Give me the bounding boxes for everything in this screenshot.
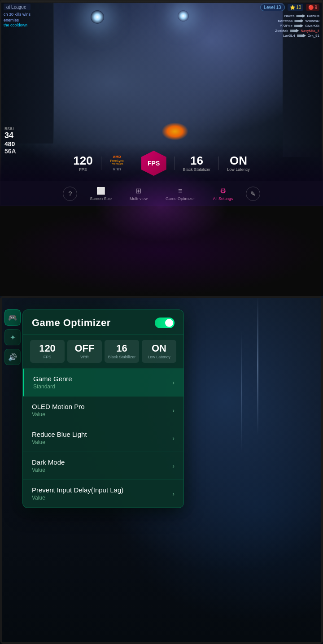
- panel-latency-label: Low Latency: [148, 355, 170, 359]
- player-name: ZoeMak: [275, 29, 288, 33]
- panel-latency-value: ON: [152, 344, 166, 353]
- menu-item-reduce-blue-light-title: Reduce Blue Light: [32, 431, 87, 438]
- panel-vrr-label: VRR: [80, 355, 89, 359]
- optimizer-panel: Game Optimizer 120 FPS OFF VRR 16 Black …: [22, 309, 184, 508]
- panel-vrr-value: OFF: [75, 344, 95, 353]
- hud-top-right: Level 13 ⭐ 10 🔴 9 Nakes BlazKM Karren56 …: [260, 4, 320, 39]
- player-row: Karren56 WilliamD: [260, 19, 320, 23]
- gear-icon: ⚙: [220, 187, 226, 195]
- panel-stat-vrr: OFF VRR: [67, 340, 102, 363]
- screen-size-button[interactable]: ⬜ Screen Size: [81, 185, 121, 203]
- gun-icon: [297, 34, 306, 38]
- panel-header: Game Optimizer: [23, 310, 183, 335]
- bottom-game-section: 🎮 ✦ 🔊 Game Optimizer 120 FPS OFF VRR 16 …: [0, 296, 323, 644]
- score-red-badge: 🔴 9: [306, 4, 319, 11]
- freesync-amd: AMD FreeSync Premium: [110, 155, 124, 166]
- player-row: Nakes BlazKM: [260, 14, 320, 18]
- game-optimizer-label: Game Optimizer: [166, 196, 195, 201]
- freesync-stat: AMD FreeSync Premium VRR: [101, 152, 133, 174]
- gun-icon: [296, 14, 305, 18]
- menu-item-dark-mode[interactable]: Dark Mode Value ›: [23, 452, 183, 480]
- top-game-section: at League ch 30 kills wins enemies the c…: [0, 0, 323, 206]
- player-list: Nakes BlazKM Karren56 WilliamD P72Poe Gi…: [260, 14, 320, 38]
- menu-item-game-genre[interactable]: Game Genre Standard ›: [23, 369, 183, 396]
- sidebar-gamepad-icon[interactable]: 🎮: [4, 309, 21, 326]
- all-settings-button[interactable]: ⚙ All Settings: [204, 185, 242, 203]
- black-stab-label: Black Stabilizer: [183, 167, 211, 172]
- vrr-label: VRR: [113, 167, 121, 171]
- menu-item-input-lag-title: Prevent Input Delay(Input Lag): [32, 486, 123, 494]
- all-settings-label: All Settings: [213, 196, 233, 201]
- game-mode-label: at League: [4, 4, 31, 10]
- menu-item-reduce-blue-light-left: Reduce Blue Light Value: [32, 431, 87, 445]
- kill-info-1: ch 30 kills wins: [4, 12, 31, 17]
- multiview-button[interactable]: ⊞ Multi-view: [121, 185, 157, 203]
- player-name: WilliamD: [305, 19, 319, 23]
- help-icon: ?: [69, 190, 72, 197]
- menu-item-reduce-blue-light[interactable]: Reduce Blue Light Value ›: [23, 424, 183, 452]
- gun-icon: [290, 29, 299, 33]
- stats-bar: 120 FPS AMD FreeSync Premium VRR FPS: [0, 144, 323, 181]
- latency-label: Low Latency: [227, 167, 250, 172]
- panel-stat-fps: 120 FPS: [30, 340, 65, 363]
- panel-stat-latency: ON Low Latency: [142, 340, 176, 363]
- chevron-right-icon: ›: [172, 462, 175, 470]
- screen-size-icon: ⬜: [96, 187, 105, 195]
- black-stab-value: 16: [190, 155, 203, 166]
- sidebar-volume-icon[interactable]: 🔊: [4, 349, 21, 365]
- chevron-right-icon: ›: [172, 379, 175, 386]
- menu-item-input-lag[interactable]: Prevent Input Delay(Input Lag) Value ›: [23, 480, 183, 508]
- help-button[interactable]: ?: [63, 187, 77, 201]
- chevron-right-icon: ›: [172, 407, 175, 414]
- hud-top-left: at League ch 30 kills wins enemies the c…: [4, 4, 31, 27]
- edit-button[interactable]: ✎: [246, 187, 260, 201]
- score-num-1: 34: [4, 131, 16, 140]
- menu-item-oled-motion-value: Value: [32, 411, 85, 418]
- fps-value: 120: [73, 155, 92, 166]
- fps-hex-label: FPS: [148, 160, 160, 167]
- latency-value: ON: [230, 155, 247, 166]
- gun-icon: [294, 24, 303, 28]
- panel-stats-row: 120 FPS OFF VRR 16 Black Stabilizer ON L…: [23, 335, 183, 369]
- menu-item-dark-mode-left: Dark Mode Value: [32, 458, 65, 473]
- multiview-icon: ⊞: [135, 187, 141, 195]
- middle-section: [0, 206, 323, 296]
- menu-item-game-genre-title: Game Genre: [33, 375, 72, 383]
- toggle-switch[interactable]: [155, 318, 175, 328]
- menu-item-game-genre-value: Standard: [33, 383, 72, 390]
- panel-stat-black-stab: 16 Black Stabilizer: [105, 340, 139, 363]
- cooldown-label: the cooldown: [4, 23, 31, 27]
- gun-icon: [294, 19, 303, 23]
- menu-item-input-lag-left: Prevent Input Delay(Input Lag) Value: [32, 486, 123, 501]
- chevron-right-icon: ›: [172, 435, 175, 442]
- menu-item-game-genre-left: Game Genre Standard: [33, 375, 72, 390]
- panel-menu: Game Genre Standard › OLED Motion Pro Va…: [23, 369, 183, 508]
- game-hud: at League ch 30 kills wins enemies the c…: [0, 0, 323, 206]
- fps-stat: 120 FPS: [65, 152, 100, 174]
- panel-black-stab-value: 16: [116, 344, 127, 353]
- menu-item-input-lag-value: Value: [32, 495, 123, 501]
- player-name: Ork_91: [308, 34, 319, 38]
- kill-info-2: enemies: [4, 17, 31, 23]
- game-optimizer-button[interactable]: ≡ Game Optimizer: [157, 185, 204, 203]
- panel-fps-label: FPS: [44, 355, 52, 359]
- fps-label: FPS: [79, 167, 87, 172]
- sliders-icon: ≡: [178, 187, 182, 195]
- player-row: ZoeMak NavyMks_4: [260, 29, 320, 33]
- player-row: P72Poe GivarKSt: [260, 24, 320, 28]
- hud-bottom: 120 FPS AMD FreeSync Premium VRR FPS: [0, 144, 323, 206]
- panel-black-stab-label: Black Stabilizer: [108, 355, 136, 359]
- player-name: P72Poe: [280, 24, 292, 28]
- score-blue-badge: ⭐ 10: [288, 4, 303, 11]
- menu-bar: ? ⬜ Screen Size ⊞ Multi-view ≡ Game Opti…: [0, 181, 323, 206]
- sidebar-brightness-icon[interactable]: ✦: [4, 329, 21, 345]
- black-stab-stat: 16 Black Stabilizer: [175, 152, 219, 174]
- player-name: BlazKM: [307, 14, 319, 18]
- fps-hex-badge: FPS: [141, 151, 166, 176]
- level-row: Level 13 ⭐ 10 🔴 9: [260, 4, 320, 11]
- panel-fps-value: 120: [39, 344, 56, 353]
- menu-item-oled-motion[interactable]: OLED Motion Pro Value ›: [23, 396, 183, 424]
- menu-item-dark-mode-title: Dark Mode: [32, 458, 65, 466]
- player-name: GivarKSt: [305, 24, 319, 28]
- menu-item-reduce-blue-light-value: Value: [32, 439, 87, 445]
